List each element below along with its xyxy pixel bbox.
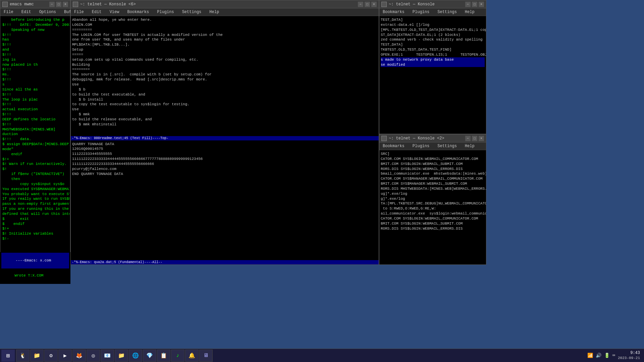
telnet-right-window: ~: telnet — Konsole − □ × Bookmarks Plug… — [379, 0, 486, 134]
telnet-main-titlebar[interactable]: ~: telnet — Konsole <6> − □ × — [71, 0, 379, 8]
telnet-right-menu-help[interactable]: Help — [463, 9, 477, 15]
telnet-line: $ mmk — [72, 112, 377, 117]
telnet-menu-settings[interactable]: Settings — [180, 9, 204, 15]
telnet-rb-menu-settings[interactable]: Settings — [435, 143, 459, 149]
telnet-rb-restore[interactable]: □ — [472, 136, 477, 141]
telnet-menu-help[interactable]: Help — [207, 9, 221, 15]
tray-clock: 9:43 2023-09-21 — [618, 351, 640, 361]
telnet-rb-titlebar[interactable]: ~: telnet — Konsole <2> − □ × — [379, 134, 486, 142]
taskbar-app-chromium[interactable]: ◎ — [87, 350, 100, 362]
emacs-menu-file[interactable]: File — [2, 9, 15, 15]
telnet-rb-minimize[interactable]: − — [465, 136, 471, 141]
telnet-line: The source is in [.src]. compile with b … — [72, 72, 377, 77]
taskbar-app-music[interactable]: ♪ — [171, 350, 184, 362]
telnet-rb-menu-plugins[interactable]: Plugins — [411, 143, 431, 149]
telnet-right-close[interactable]: × — [479, 2, 484, 7]
telnet-main-close[interactable]: × — [371, 2, 377, 7]
taskbar-app-apps[interactable]: ▶ — [58, 350, 72, 362]
telnet-main-minimize[interactable]: − — [358, 2, 363, 7]
telnet-rb-icon — [381, 136, 387, 141]
telnet-right-minimize[interactable]: − — [465, 2, 471, 7]
emacs-text-area: before introducing the p $!!! DATE: Dece… — [1, 17, 69, 259]
telnet-rb-menu-bookmarks[interactable]: Bookmarks — [381, 143, 407, 149]
telnet-rb-title-left: ~: telnet — Konsole <2> — [381, 136, 444, 141]
taskbar-app-notify[interactable]: 🔔 — [185, 350, 199, 362]
telnet-line: LOGIN.COM — [72, 22, 377, 27]
emacs-line: $!!! data. — [2, 137, 68, 142]
rb-term-line: BMIT.COM SYS$LOGIN:WEBMAIL_SUBMIT.COM — [381, 162, 485, 167]
telnet-main-title-text: ~: telnet — Konsole <6> — [80, 2, 136, 7]
telnet-rb-menu-help[interactable]: Help — [463, 143, 477, 149]
tray-sound-icon: 🔊 — [596, 353, 601, 358]
emacs-close[interactable]: × — [63, 2, 68, 7]
rb-term-line: bmail_communicator.exe mhstwebsdata:[min… — [381, 171, 485, 176]
taskbar-app-ruby[interactable]: 💎 — [143, 350, 156, 362]
telnet-main-controls: − □ × — [358, 2, 377, 7]
rb-term-line: RORS.DIS SYS$LOGIN:WEBMAIL_ERRORS.DIS — [381, 167, 485, 172]
web-icon: 🌐 — [132, 352, 139, 359]
telnet-right-menu-settings[interactable]: Settings — [435, 9, 459, 15]
emacs-line: copy sys$input sys$o — [2, 182, 68, 187]
apps-icon: ▶ — [63, 352, 67, 359]
telnet-line: Building — [72, 62, 377, 67]
taskbar-app-files[interactable]: 📁 — [30, 350, 44, 362]
telnet-menu-bookmarks[interactable]: Bookmarks — [125, 9, 151, 15]
music-icon: ♪ — [176, 353, 179, 359]
emacs-menu-options[interactable]: Options — [37, 9, 58, 15]
telnet-menu-edit[interactable]: Edit — [90, 9, 104, 15]
taskbar-apps: 🐧 📁 ⚙ ▶ 🦊 ◎ 📧 📁 🌐 — [16, 350, 585, 362]
telnet-right-menu-bookmarks[interactable]: Bookmarks — [381, 9, 407, 15]
data-line: 1111122222333333444445555556666667777778… — [72, 157, 377, 162]
rb-term-line: CATOR.COM SYS$LOGIN:WEBMAIL_COMMUNICATOR… — [381, 216, 485, 221]
taskbar-app-clipboard[interactable]: 📋 — [157, 350, 170, 362]
taskbar-app-folder[interactable]: 📁 — [115, 350, 128, 362]
telnet-main-window: ~: telnet — Konsole <6> − □ × File Edit … — [70, 0, 379, 265]
taskbar-app-linux[interactable]: 🐧 — [16, 350, 30, 362]
telnet-main-menubar: File Edit View Bookmarks Plugins Setting… — [71, 8, 379, 16]
telnet-rb-close[interactable]: × — [479, 136, 484, 141]
rb-term-line: ail_communicator.exe sys$login:webmail_c… — [381, 211, 485, 216]
start-button[interactable]: ⊞ — [1, 350, 15, 362]
taskbar-app-settings[interactable]: ⚙ — [44, 350, 58, 362]
email-icon: 📧 — [104, 352, 111, 359]
emacs-line: now placed in th — [2, 62, 68, 67]
emacs-title-text: emacs mwmc — [10, 2, 34, 7]
emacs-line: DEEP defines the locatio — [2, 117, 68, 122]
linux-icon: 🐧 — [19, 352, 26, 359]
desktop: emacs mwmc − □ × File Edit Options Buffe… — [0, 0, 644, 362]
taskbar-app-desktop[interactable]: 🖥 — [199, 350, 213, 362]
rb-term-line: ug]*.exe/log — [381, 191, 485, 196]
telnet-menu-plugins[interactable]: Plugins — [155, 9, 176, 15]
data-line: pcurry@jfallenco.com — [72, 167, 377, 172]
chromium-icon: ◎ — [92, 352, 95, 359]
emacs-line: $!- — [2, 236, 68, 241]
emacs-maximize[interactable]: □ — [56, 2, 61, 7]
telnet-rb-title-text: ~: telnet — Konsole <2> — [389, 136, 444, 141]
telnet-line: $ mmk mhstinstall — [72, 122, 377, 127]
taskbar-app-web[interactable]: 🌐 — [129, 350, 142, 362]
telnet-main-status-bottom-text: -*%-Emacs: qua2a.dat;5 (Fundamental)----… — [72, 260, 162, 264]
telnet-menu-file[interactable]: File — [72, 9, 86, 15]
rb-term-line: g]*.exe/log — [381, 196, 485, 201]
telnet-menu-view[interactable]: View — [108, 9, 121, 15]
telnet-rb-controls: − □ × — [465, 136, 484, 141]
emacs-line: Speaking of new — [2, 27, 68, 33]
emacs-line: $ endif — [2, 222, 68, 227]
telnet-line: Setup — [72, 47, 377, 52]
telnet-main-restore[interactable]: □ — [365, 2, 370, 7]
telnet-line: to copy the test executable to sys$login… — [72, 102, 377, 107]
rb-term-line: to S:RWED,O:RWED,G:RE,W: — [381, 206, 485, 211]
taskbar-app-browser1[interactable]: 🦊 — [72, 350, 86, 362]
emacs-menu-edit[interactable]: Edit — [19, 9, 33, 15]
telnet-right-titlebar[interactable]: ~: telnet — Konsole − □ × — [379, 0, 486, 8]
emacs-line: ms. — [2, 72, 68, 77]
telnet-right-restore[interactable]: □ — [472, 2, 477, 7]
files-icon: 📁 — [34, 352, 40, 359]
taskbar-app-email[interactable]: 📧 — [101, 350, 114, 362]
clipboard-icon: 📋 — [160, 352, 167, 359]
telnet-line: ======== — [72, 67, 377, 72]
emacs-titlebar[interactable]: emacs mwmc − □ × — [0, 0, 70, 8]
telnet-right-menu-plugins[interactable]: Plugins — [411, 9, 431, 15]
emacs-line: and — [2, 47, 68, 52]
emacs-minimize[interactable]: − — [49, 2, 55, 7]
